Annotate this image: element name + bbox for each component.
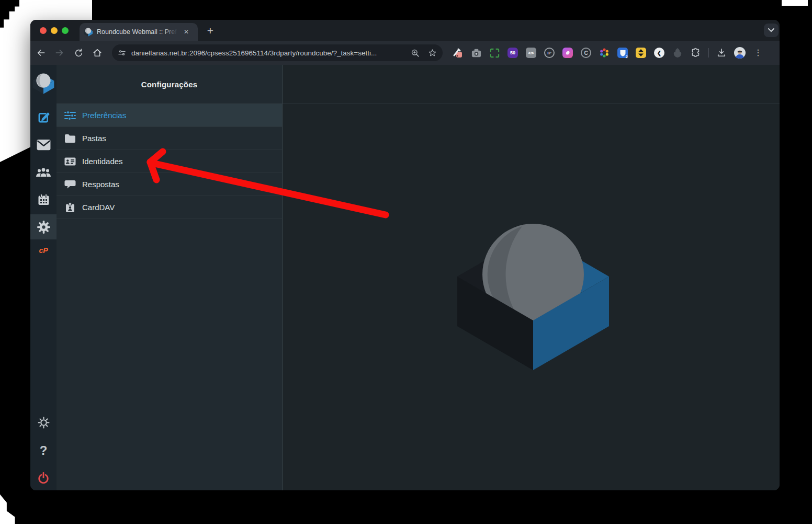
zoom-icon[interactable] [410,48,420,58]
tab-title: Roundcube Webmail :: Prefer [97,28,179,36]
dimmed-extension-icon[interactable] [672,47,683,59]
menu-dots-icon: ⋮ [754,47,762,59]
browser-window: Roundcube Webmail :: Prefer ✕ + [30,20,780,490]
pink-extension-icon[interactable] [562,47,573,59]
backdrop-white-bottom-strip [15,524,812,529]
settings-panel: Configurações Preferências Pastas [57,65,283,490]
forward-button[interactable] [53,47,66,59]
shield-count-label: 2 [626,54,628,59]
camera-extension-icon[interactable] [470,47,482,59]
extensions-row: 50 </> IP C [452,47,764,59]
gear-icon [37,220,51,234]
settings-item-preferences[interactable]: Preferências [57,104,282,127]
traffic-minimize-button[interactable] [51,27,58,34]
copyright-label: C [581,48,591,58]
color-picker-extension-icon[interactable] [452,47,464,59]
browser-tab[interactable]: Roundcube Webmail :: Prefer ✕ [80,23,198,41]
mail-icon [37,139,51,151]
home-icon [92,48,103,58]
gold-diamond-extension-icon[interactable] [635,47,647,59]
sidebar-item-compose[interactable] [30,108,57,127]
traffic-close-button[interactable] [40,27,47,34]
reload-icon [74,48,84,58]
sidebar-item-logout[interactable] [30,468,57,487]
settings-title: Configurações [141,80,198,89]
power-icon [37,471,50,485]
code-label: </> [526,48,536,58]
chat-bubble-icon [64,179,76,190]
main-content [283,65,780,490]
settings-item-label: Respostas [82,180,119,189]
sidebar-item-interface-settings[interactable] [30,413,57,432]
settings-item-carddav[interactable]: CardDAV [57,196,282,219]
app-content: cP ? [30,65,780,490]
roundcube-logo [30,72,57,95]
settings-item-folders[interactable]: Pastas [57,127,282,150]
help-icon: ? [40,443,48,458]
backdrop-white-top-right [782,0,808,6]
site-info-icon[interactable] [117,48,127,58]
browser-menu-button[interactable]: ⋮ [752,47,764,59]
settings-item-label: Pastas [82,134,106,143]
sidebar-item-settings[interactable] [30,217,57,236]
main-content-header [283,65,780,104]
chevron-label: ❮ [654,48,664,58]
forward-icon [54,48,65,58]
extensions-puzzle-icon[interactable] [690,47,702,59]
color-dots-extension-icon[interactable] [599,47,610,59]
sliders-icon [64,110,76,121]
home-button[interactable] [91,47,104,59]
new-tab-button[interactable]: + [203,24,218,39]
settings-item-label: Preferências [82,111,126,120]
roundcube-favicon [84,28,93,37]
traffic-zoom-button[interactable] [62,27,69,34]
tab-search-button[interactable] [764,24,779,37]
fifty-label: 50 [508,48,518,58]
settings-item-identities[interactable]: Identidades [57,150,282,173]
copyright-extension-icon[interactable]: C [580,47,592,59]
screenshot-selector-extension-icon[interactable] [489,47,500,59]
browser-toolbar: danielfarias.net.br:2096/cpsess251696511… [30,41,780,65]
ip-label: IP [544,48,555,58]
settings-item-label: Identidades [82,157,123,166]
back-icon [36,48,46,58]
download-icon [716,48,727,58]
tab-close-icon[interactable]: ✕ [182,27,191,37]
profile-avatar[interactable] [734,47,746,59]
roundcube-watermark [457,222,609,371]
reload-button[interactable] [72,47,85,59]
chevron-down-icon [768,28,774,32]
calendar-icon [37,193,50,206]
id-card-icon [64,156,76,167]
address-bar[interactable]: danielfarias.net.br:2096/cpsess251696511… [112,44,443,61]
app-sidebar: cP ? [30,65,57,490]
tab-strip: Roundcube Webmail :: Prefer ✕ + [30,20,780,41]
ip-extension-icon[interactable]: IP [544,47,555,59]
sidebar-item-mail[interactable] [30,135,57,154]
cpanel-icon: cP [39,246,48,255]
contacts-icon [36,167,51,178]
sidebar-item-contacts[interactable] [30,163,57,182]
settings-item-label: CardDAV [82,203,115,212]
sun-icon [37,416,50,429]
downloads-button[interactable] [716,47,727,59]
bookmark-star-icon[interactable] [427,48,437,58]
code-extension-icon[interactable]: </> [525,47,537,59]
avatar-icon [734,46,746,60]
folder-icon [64,133,76,144]
sidebar-item-calendar[interactable] [30,190,57,209]
settings-item-responses[interactable]: Respostas [57,173,282,196]
password-manager-extension-icon[interactable]: 2 [617,47,628,59]
url-text[interactable]: danielfarias.net.br:2096/cpsess251696511… [131,49,410,57]
sidebar-item-help[interactable]: ? [30,441,57,460]
back-button[interactable] [35,47,47,59]
sidebar-item-cpanel[interactable]: cP [30,243,57,258]
compose-icon [37,111,50,124]
badge-icon [64,202,76,213]
settings-header: Configurações [57,65,282,104]
chevron-circle-extension-icon[interactable]: ❮ [653,47,665,59]
fifty-badge-extension-icon[interactable]: 50 [507,47,518,59]
toolbar-divider [708,48,709,58]
